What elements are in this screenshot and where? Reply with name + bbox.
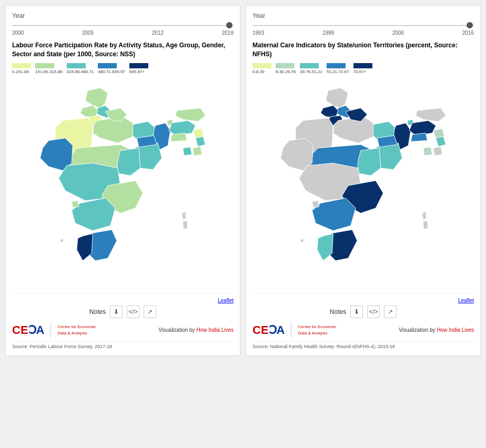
ceda-divider-right [291,322,291,338]
legend-item: 0-8.30 [252,63,271,74]
india-map-left [12,80,234,291]
footer-buttons-right: Notes ⬇ </> ↗ [252,306,474,318]
ceda-logo-left: CEƆA Centre for EconomicData & Analysis [12,322,96,338]
legend-color [98,63,117,68]
how-india-lives-link-right[interactable]: How India Lives [437,327,474,333]
source-text-left: Source: Periodic Labour Force Survey, 20… [12,341,234,349]
map-container-right [252,80,474,291]
ceda-divider-left [50,322,51,338]
legend-color [67,63,86,68]
ceda-tagline-right: Centre for EconomicData & Analysis [298,324,336,335]
slider-line-right [252,25,474,26]
footer-left: Leaflet Notes ⬇ </> ↗ CEƆA Centre for Ec… [12,293,234,349]
legend-color [129,63,148,68]
leaflet-anchor-right[interactable]: Leaflet [458,298,474,303]
slider-thumb-left[interactable] [226,22,232,28]
legend-color [300,63,319,68]
legend-item: 51.21-72.67 [327,63,349,74]
panel-right: Year 1993 1999 2006 2016 Maternal Care I… [246,5,481,356]
leaflet-link-left[interactable]: Leaflet [12,298,234,303]
legend-label: 645.57+ [129,69,145,74]
ceda-tagline-left: Centre for EconomicData & Analysis [57,324,96,335]
tick-2012: 2012 [152,30,164,36]
tick-2016: 2016 [462,30,474,36]
legend-item: 8.30-29.76 [276,63,296,74]
tick-1993: 1993 [252,30,264,36]
map-container-left [12,80,234,291]
year-label-right: Year [252,12,474,19]
legend-item: 315.86-480.71 [67,63,94,74]
legend-label: 315.86-480.71 [67,69,94,74]
slider-ticks-left: 2000 2005 2012 2018 [12,30,234,36]
legend-item: 480.71-645.57 [98,63,125,74]
legend-right: 0-8.308.30-29.7629.76-51.2151.21-72.6772… [252,63,474,74]
page-wrapper: Year 2000 2005 2012 2018 Labour Force Pa… [5,5,481,356]
legend-label: 0-8.30 [252,69,265,74]
download-button-right[interactable]: ⬇ [350,306,363,318]
leaflet-anchor-left[interactable]: Leaflet [218,298,234,303]
code-button-right[interactable]: </> [367,306,380,318]
ceda-logo-text-left: CEƆA [12,324,44,336]
map-title-right: Maternal Care Indicators by State/union … [252,41,474,59]
viz-by-right: Visualization by How India Lives [399,327,474,333]
slider-thumb-right[interactable] [467,22,473,28]
legend-item: 645.57+ [129,63,148,74]
viz-by-left: Visualization by How India Lives [158,327,234,333]
legend-color [327,63,346,68]
legend-label: 72.67+ [353,69,367,74]
year-section-left: Year 2000 2005 2012 2018 [12,12,234,36]
slider-track-left[interactable] [12,22,234,29]
notes-label-left: Notes [89,308,106,315]
tick-2018: 2018 [222,30,234,36]
legend-color [276,63,295,68]
year-label-left: Year [12,12,234,19]
slider-ticks-right: 1993 1999 2006 2016 [252,30,474,36]
legend-label: 8.30-29.76 [276,69,296,74]
tick-2005: 2005 [82,30,94,36]
legend-item: 72.67+ [353,63,372,74]
legend-color [252,63,271,68]
notes-label-right: Notes [330,308,346,315]
year-section-right: Year 1993 1999 2006 2016 [252,12,474,36]
tick-2006: 2006 [392,30,404,36]
source-text-right: Source: National Family Health Survey- R… [252,341,474,349]
share-button-left[interactable]: ↗ [144,306,156,318]
slider-track-right[interactable] [252,22,474,29]
footer-right: Leaflet Notes ⬇ </> ↗ CEƆA Centre for Ec… [252,293,474,349]
slider-line-left [12,25,234,26]
legend-label: 0-151.00 [12,69,29,74]
ceda-logo-right: CEƆA Centre for EconomicData & Analysis [252,322,336,338]
legend-item: 29.76-51.21 [300,63,322,74]
tick-1999: 1999 [322,30,334,36]
legend-color [353,63,372,68]
ceda-footer-right: CEƆA Centre for EconomicData & Analysis … [252,322,474,338]
map-title-left: Labour Force Participation Rate by Activ… [12,41,234,59]
legend-label: 480.71-645.57 [98,69,125,74]
legend-item: 151.00-315.86 [35,63,63,74]
leaflet-link-right[interactable]: Leaflet [252,298,474,303]
panel-left: Year 2000 2005 2012 2018 Labour Force Pa… [5,5,240,356]
ceda-footer-left: CEƆA Centre for EconomicData & Analysis … [12,322,234,338]
tick-2000: 2000 [12,30,24,36]
how-india-lives-link-left[interactable]: How India Lives [196,327,234,333]
footer-buttons-left: Notes ⬇ </> ↗ [12,306,234,318]
download-button-left[interactable]: ⬇ [110,306,123,318]
legend-label: 29.76-51.21 [300,69,322,74]
legend-item: 0-151.00 [12,63,31,74]
legend-label: 51.21-72.67 [327,69,349,74]
legend-color [35,63,54,68]
share-button-right[interactable]: ↗ [384,306,397,318]
india-map-right [252,80,474,291]
legend-left: 0-151.00151.00-315.86315.86-480.71480.71… [12,63,234,74]
ceda-logo-text-right: CEƆA [252,324,285,336]
code-button-left[interactable]: </> [127,306,139,318]
legend-label: 151.00-315.86 [35,69,63,74]
legend-color [12,63,31,68]
